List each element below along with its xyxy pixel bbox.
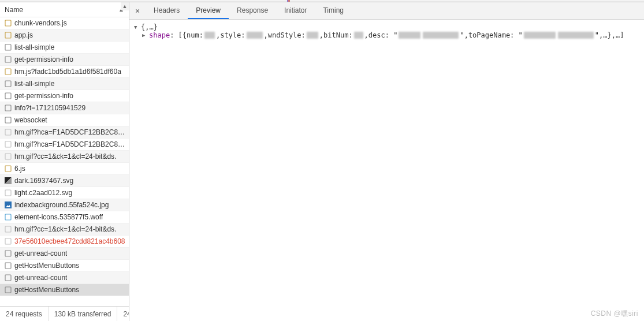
request-name: list-all-simple	[14, 80, 54, 88]
request-row[interactable]: 6.js	[0, 163, 129, 175]
request-name: get-permission-info	[14, 92, 73, 100]
tab-timing[interactable]: Timing	[315, 2, 352, 19]
svg-rect-18	[5, 263, 11, 268]
request-name: hm.gif?cc=1&ck=1&cl=24-bit&ds.	[14, 225, 116, 233]
svg-rect-7	[5, 105, 11, 111]
imgd-file-icon	[5, 189, 12, 196]
request-row[interactable]: hm.gif?hca=F1AD5DCF12BB2C8F&	[0, 139, 129, 151]
request-row[interactable]: app.js	[0, 29, 129, 42]
request-name: list-all-simple	[14, 43, 54, 51]
js-file-icon	[5, 165, 12, 172]
svg-rect-16	[5, 238, 11, 244]
request-row[interactable]: getHostMenuButtons	[0, 284, 129, 296]
close-detail-button[interactable]: ×	[129, 2, 146, 19]
request-name: hm.js?fadc1bd5db1a1d6f581df60a	[14, 68, 121, 76]
redacted-value	[558, 32, 594, 39]
js-file-icon	[5, 32, 12, 39]
xhr-file-icon	[5, 286, 12, 293]
redacted-value	[247, 32, 263, 39]
scroll-up-icon[interactable]: ▲	[121, 2, 129, 10]
font-file-icon	[5, 214, 12, 221]
request-list[interactable]: chunk-vendors.jsapp.jslist-all-simpleget…	[0, 17, 129, 306]
xhr-file-icon	[5, 262, 12, 269]
request-name: get-permission-info	[14, 55, 73, 64]
json-key-shape: shape	[149, 31, 170, 39]
svg-rect-17	[5, 251, 11, 256]
request-row[interactable]: hm.gif?cc=1&ck=1&cl=24-bit&ds.	[0, 223, 129, 236]
request-list-panel: Name ▲ ▲ chunk-vendors.jsapp.jslist-all-…	[0, 2, 129, 321]
request-row[interactable]: getHostMenuButtons	[0, 260, 129, 272]
request-name: getHostMenuButtons	[14, 262, 79, 270]
request-name: dark.16937467.svg	[14, 177, 73, 185]
svg-rect-13	[5, 190, 11, 196]
request-row[interactable]: 37e56010ecbee472cdd821ac4b608	[0, 236, 129, 248]
request-name: hm.gif?hca=F1AD5DCF12BB2C8F&	[14, 128, 125, 136]
request-name: 6.js	[14, 165, 25, 173]
detail-panel: × HeadersPreviewResponseInitiatorTiming …	[129, 2, 644, 321]
svg-rect-9	[5, 129, 11, 135]
request-row[interactable]: element-icons.535877f5.woff	[0, 211, 129, 223]
imgd-file-icon	[5, 153, 12, 160]
svg-rect-15	[5, 226, 11, 232]
redacted-value	[204, 32, 215, 39]
request-name: chunk-vendors.js	[14, 19, 67, 27]
request-row[interactable]: get-permission-info	[0, 54, 129, 66]
request-row[interactable]: dark.16937467.svg	[0, 175, 129, 187]
xhr-file-icon	[5, 80, 12, 87]
tab-response[interactable]: Response	[229, 2, 276, 19]
redacted-value	[423, 32, 459, 39]
request-row[interactable]: websocket	[0, 114, 129, 126]
column-header-label: Name	[5, 6, 23, 14]
svg-rect-1	[5, 32, 11, 38]
preview-content[interactable]: ▼ { ,…} ▶ shape : [{ num: , style: , wnd…	[129, 20, 644, 321]
request-name: get-unread-count	[14, 249, 67, 257]
request-name: app.js	[14, 31, 33, 39]
status-bar: 24 requests 130 kB transferred 24.	[0, 306, 129, 321]
json-root-line[interactable]: ▼ { ,…}	[134, 23, 639, 31]
request-row[interactable]: get-unread-count	[0, 248, 129, 260]
js-file-icon	[5, 68, 12, 75]
request-row[interactable]: hm.gif?hca=F1AD5DCF12BB2C8F&	[0, 126, 129, 139]
tab-headers[interactable]: Headers	[146, 2, 188, 19]
svg-rect-4	[5, 69, 11, 74]
tab-preview[interactable]: Preview	[188, 2, 229, 19]
request-row[interactable]: light.c2aad012.svg	[0, 187, 129, 199]
json-shape-line[interactable]: ▶ shape : [{ num: , style: , wndStyle: ,…	[134, 31, 639, 39]
column-header-name[interactable]: Name ▲ ▲	[0, 2, 129, 17]
request-row[interactable]: hm.js?fadc1bd5db1a1d6f581df60a	[0, 66, 129, 78]
svg-rect-19	[5, 275, 11, 281]
xhr-file-icon	[5, 56, 12, 63]
tab-initiator[interactable]: Initiator	[276, 2, 315, 19]
pic-file-icon	[5, 201, 12, 208]
request-name: 37e56010ecbee472cdd821ac4b608	[14, 237, 125, 245]
request-row[interactable]: list-all-simple	[0, 78, 129, 90]
detail-tab-bar: × HeadersPreviewResponseInitiatorTiming	[129, 2, 644, 20]
request-name: get-unread-count	[14, 274, 67, 282]
redacted-value	[399, 32, 420, 39]
expand-toggle-icon[interactable]: ▶	[142, 32, 149, 38]
svg-rect-14	[5, 214, 11, 220]
request-row[interactable]: chunk-vendors.js	[0, 17, 129, 29]
svg-rect-20	[5, 287, 11, 293]
imgd-file-icon	[5, 238, 12, 245]
request-row[interactable]: indexbackground.55fa524c.jpg	[0, 199, 129, 211]
svg-rect-6	[5, 93, 11, 99]
collapse-toggle-icon[interactable]: ▼	[134, 24, 141, 30]
xhr-file-icon	[5, 104, 12, 111]
request-row[interactable]: list-all-simple	[0, 42, 129, 54]
xhr-file-icon	[5, 92, 12, 99]
svg-rect-12	[5, 166, 11, 171]
request-name: websocket	[14, 116, 47, 124]
svg-rect-11	[5, 154, 11, 159]
xhr-file-icon	[5, 250, 12, 257]
request-row[interactable]: info?t=1712105941529	[0, 102, 129, 114]
request-row[interactable]: get-permission-info	[0, 90, 129, 102]
main-container: Name ▲ ▲ chunk-vendors.jsapp.jslist-all-…	[0, 2, 644, 321]
request-row[interactable]: hm.gif?cc=1&ck=1&cl=24-bit&ds.	[0, 151, 129, 163]
svg-rect-8	[5, 117, 11, 123]
timeline-ruler	[0, 0, 644, 2]
request-name: getHostMenuButtons	[14, 286, 79, 294]
request-row[interactable]: get-unread-count	[0, 272, 129, 284]
svg-rect-10	[5, 141, 11, 147]
svg-rect-3	[5, 57, 11, 62]
